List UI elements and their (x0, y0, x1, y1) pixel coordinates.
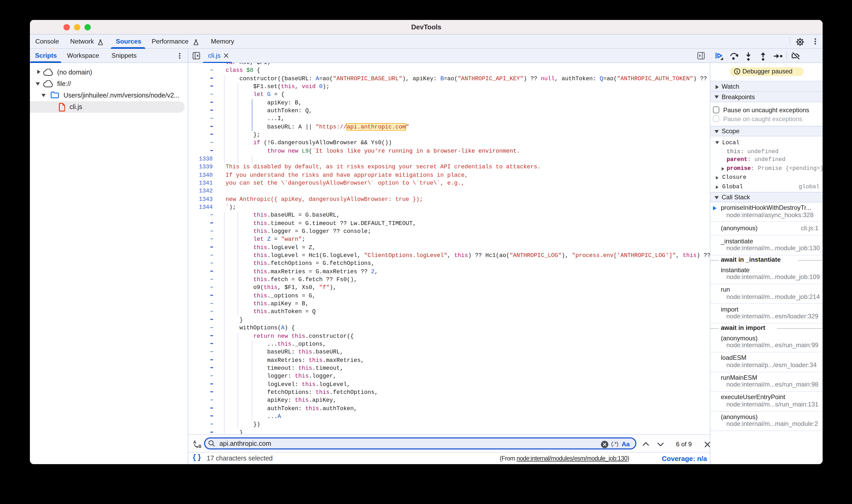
svg-text:B: B (198, 444, 201, 448)
svg-text:A: A (193, 440, 196, 444)
